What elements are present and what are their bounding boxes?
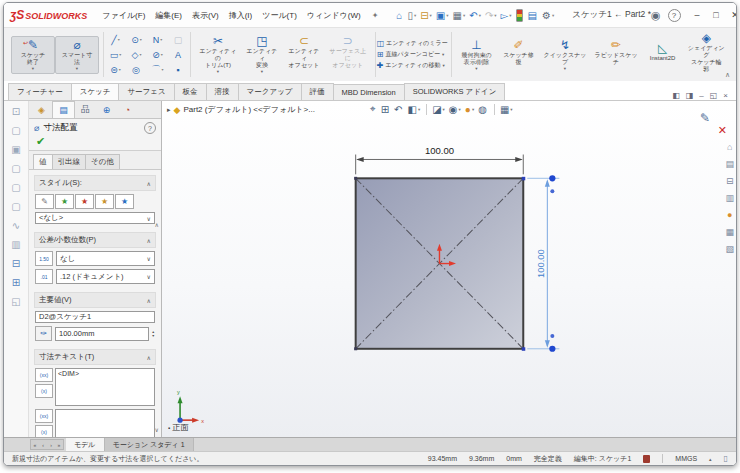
rapid-sketch-button[interactable]: ✏ ラピッドスケッチ (591, 37, 642, 73)
dimension-subtab[interactable]: その他 (85, 154, 120, 169)
left-toolbar-icon[interactable]: ◱ (11, 297, 20, 307)
help-icon[interactable]: ? (668, 9, 681, 22)
bottom-tab[interactable]: モーション スタディ 1 (105, 438, 194, 451)
dimension-text-input[interactable]: <DIM> (55, 368, 155, 406)
panel-help-icon[interactable]: ? (144, 122, 156, 134)
dimension-text-input-secondary[interactable] (55, 409, 155, 437)
tab-scroll-button[interactable]: « (31, 442, 39, 448)
smart-dimension-button[interactable]: ⌀ スマート寸 法 ▾ (55, 36, 99, 74)
command-tab[interactable]: サーフェス (118, 83, 174, 100)
tab-scroll-button[interactable]: ‹ (39, 442, 47, 448)
dimension-handle-point[interactable] (550, 189, 554, 193)
quick-tool-button[interactable]: ▻▾ (499, 9, 514, 22)
right-dimension-value[interactable]: 100.00 (535, 249, 546, 278)
dropdown-caret[interactable]: ▾ (76, 66, 78, 72)
convert-entities-button[interactable]: ◳ エンティティ 変換 ▾ (241, 33, 283, 76)
unit-dropdown-caret[interactable]: ▴ (709, 456, 712, 462)
pin-icon[interactable]: ✦ (372, 11, 379, 20)
sketch-entity-button[interactable]: ▢ (168, 32, 189, 47)
command-tab[interactable]: MBD Dimension (333, 84, 405, 100)
menu-item[interactable]: 編集(E) (150, 8, 187, 23)
dimension-text-section-header[interactable]: 寸法テキスト(T) ∧ (34, 349, 156, 365)
style-dropdown[interactable]: <なし> ∨ (35, 212, 155, 224)
sketch-entity-button[interactable]: N▾ (147, 32, 168, 47)
left-toolbar-icon[interactable]: ∿ (12, 221, 20, 231)
sketch-entity-button[interactable]: ▪ (168, 62, 189, 77)
sketch-entity-button[interactable]: ⊜▾ (105, 62, 126, 77)
sketch-entity-button[interactable]: ⌒▾ (147, 62, 168, 77)
property-manager-tab[interactable]: ◔ (117, 101, 138, 118)
top-dimension[interactable]: 100.00 (356, 145, 524, 175)
property-manager-tab[interactable]: ◈ (31, 101, 52, 118)
left-toolbar-icon[interactable]: ▢ (11, 164, 20, 174)
doc-close-button[interactable]: × (723, 91, 728, 100)
tolerance-type-dropdown[interactable]: なし ∨ (56, 251, 155, 266)
offset-entities-button[interactable]: ⊂ エンティティ オフセット (283, 33, 325, 76)
quick-tool-button[interactable]: ⌂ (394, 9, 405, 22)
collapse-chevron-icon[interactable]: ∧ (147, 180, 151, 187)
command-tab[interactable]: スケッチ (71, 83, 120, 100)
graphics-viewport[interactable]: ▸ ◆ Part2 (デフォルト) <<デフォルト>... ⌖ ⊞ ↶ ◧▾ ◪… (162, 101, 736, 437)
quick-tool-button[interactable]: ▤ (526, 9, 540, 22)
primary-value-section-header[interactable]: 主要値(V) ∧ (34, 292, 156, 308)
left-toolbar-icon[interactable]: ⊡ (12, 107, 20, 117)
pattern-tool-button[interactable]: ✚エンティティの移動▾ (377, 61, 450, 70)
quick-tool-button[interactable]: ⚙▾ (540, 9, 556, 22)
quick-tool-button[interactable] (514, 8, 526, 23)
scroll-up-icon[interactable]: ∧ (155, 221, 159, 228)
instant2d-button[interactable]: ◺ Instant2D (642, 40, 684, 69)
pattern-tool-button[interactable]: ⊞直線パターンコピー▾ (377, 50, 450, 59)
sketch-vertex[interactable] (354, 347, 357, 350)
value-spinner[interactable]: ▲▼ (152, 330, 155, 338)
repair-sketch-button[interactable]: ✐ スケッチ修 復 (497, 37, 539, 73)
command-tab[interactable]: 評価 (301, 83, 334, 100)
sketch-entity-button[interactable]: ⊘▾ (147, 47, 168, 62)
inspection-button[interactable]: (x) (35, 384, 53, 398)
left-toolbar-icon[interactable]: ▣ (11, 145, 20, 155)
command-tab[interactable]: SOLIDWORKS アドイン (404, 83, 506, 100)
top-dimension-value[interactable]: 100.00 (425, 145, 454, 156)
left-toolbar-icon[interactable]: ▢ (11, 126, 20, 136)
quick-tool-button[interactable]: ▯▾ (405, 9, 418, 22)
quick-tool-button[interactable]: ↷▾ (483, 9, 499, 22)
dimension-handle-point[interactable] (549, 175, 555, 181)
doc-minimize-button[interactable]: – (699, 91, 703, 100)
collapse-chevron-icon[interactable]: ∧ (147, 354, 151, 361)
sketch-entity-button[interactable]: ╱▾ (105, 32, 126, 47)
dropdown-caret[interactable]: ▾ (217, 69, 219, 75)
collapse-chevron-icon[interactable]: ∧ (147, 297, 151, 304)
doc-restore-button[interactable]: ◱ (710, 91, 718, 100)
minimize-button[interactable]: – (688, 10, 707, 20)
exit-sketch-button[interactable]: ✎↩ スケッチ 終了 ▾ (11, 36, 55, 74)
left-toolbar-icon[interactable]: ⊟ (12, 259, 20, 269)
override-value-button[interactable]: ✑ (35, 326, 52, 341)
style-button[interactable]: ★ (95, 194, 114, 209)
dimension-handle-point[interactable] (550, 334, 554, 338)
quick-tool-button[interactable]: ▦▾ (451, 9, 468, 22)
user-account-icon[interactable]: ◉ (651, 9, 661, 22)
pane-toggle-right-icon[interactable]: ◨ (686, 91, 694, 100)
pane-toggle-left-icon[interactable]: ◧ (672, 91, 680, 100)
ok-checkmark-button[interactable]: ✔ (29, 135, 161, 151)
ribbon-collapse-chevron[interactable]: ∧ (725, 71, 730, 79)
quick-snaps-button[interactable]: ↯ クイックスナップ ▾ (539, 37, 590, 73)
trim-entities-button[interactable]: ✂ エンティティの トリム(T) ▾ (195, 33, 241, 76)
sketch-entity-button[interactable]: ◇▾ (126, 47, 147, 62)
style-button[interactable]: ★ (115, 194, 134, 209)
sketch-vertex[interactable] (522, 347, 526, 350)
dropdown-caret[interactable]: ▾ (261, 69, 263, 75)
dropdown-caret[interactable]: ▾ (32, 66, 34, 72)
maximize-button[interactable]: □ (707, 10, 726, 20)
tolerance-section-header[interactable]: 公差/小数位数(P) ∧ (34, 232, 156, 248)
property-manager-tab[interactable]: ⊕ (96, 101, 117, 118)
dimension-subtab[interactable]: 値 (33, 154, 53, 169)
command-tab[interactable]: フィーチャー (8, 83, 72, 100)
unit-system-label[interactable]: MMGS (675, 455, 697, 462)
tab-scroll-button[interactable]: › (47, 442, 55, 448)
pattern-tool-button[interactable]: ◫エンティティのミラー (377, 39, 450, 48)
menu-item[interactable]: ファイル(F) (97, 8, 150, 23)
left-toolbar-icon[interactable]: ▢ (11, 202, 20, 212)
bottom-tab[interactable]: モデル (66, 438, 105, 451)
property-manager-tab[interactable]: 品 (75, 101, 96, 118)
status-doc-icon[interactable]: ▯ (724, 454, 728, 463)
